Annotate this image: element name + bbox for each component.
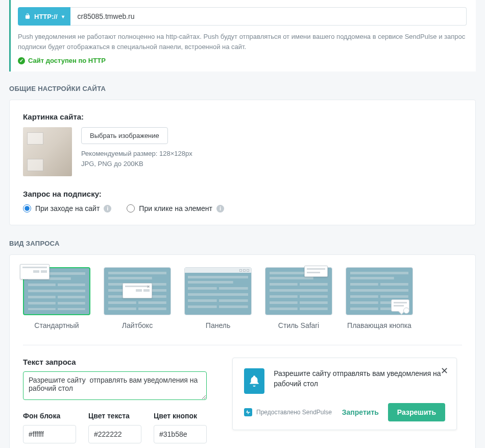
- variant-standard[interactable]: Стандартный: [23, 267, 90, 329]
- section-header-general: ОБЩИЕ НАСТРОЙКИ САЙТА: [9, 85, 476, 92]
- unlock-icon: [24, 13, 31, 20]
- variant-panel-label: Панель: [184, 321, 252, 329]
- section-header-view: ВИД ЗАПРОСА: [9, 240, 476, 247]
- http-status-label: Сайт доступен по HTTP: [28, 57, 106, 64]
- provided-by: Предоставлено SendPulse: [244, 408, 332, 416]
- variant-standard-label: Стандартный: [23, 321, 90, 329]
- site-image-heading: Картинка сайта:: [23, 112, 462, 121]
- variant-safari[interactable]: Стиль Safari: [265, 267, 332, 329]
- notification-preview-text: Разрешите сайту отправлять вам уведомлен…: [274, 368, 445, 389]
- text-color-input[interactable]: [88, 425, 141, 443]
- subscribe-request-heading: Запрос на подписку:: [23, 190, 462, 198]
- variant-lightbox-label: Лайтбокс: [104, 321, 171, 329]
- variant-preview-bg: [270, 272, 328, 311]
- variant-preview-popup: [304, 266, 328, 277]
- site-image-thumbnail[interactable]: [23, 127, 72, 176]
- text-color-label: Цвет текста: [88, 412, 141, 420]
- allow-button[interactable]: Разрешить: [388, 403, 445, 421]
- http-protocol-selector[interactable]: HTTP:// ▾: [18, 7, 70, 26]
- request-text-label: Текст запроса: [23, 358, 207, 366]
- view-settings-card: Стандартный ✕ Лайтбокс: [9, 254, 476, 448]
- image-recommended-size: Рекомендуемый размер: 128×128px: [81, 149, 192, 158]
- close-icon: ✕: [147, 285, 150, 289]
- bell-icon: [244, 368, 264, 394]
- variant-preview-popup: ✕: [123, 283, 152, 298]
- http-warning-text: Push уведомления не работают полноценно …: [18, 32, 467, 52]
- button-color-input[interactable]: [154, 425, 207, 443]
- variant-preview-circle: [403, 308, 409, 314]
- sendpulse-icon: [244, 408, 252, 416]
- site-url-input[interactable]: [70, 7, 467, 26]
- http-banner: HTTP:// ▾ Push уведомления не работают п…: [9, 0, 476, 72]
- variant-lightbox[interactable]: ✕ Лайтбокс: [104, 267, 171, 329]
- variant-floating-button[interactable]: Плавающая кнопка: [346, 267, 413, 329]
- info-icon[interactable]: i: [216, 205, 224, 213]
- choose-image-button[interactable]: Выбрать изображение: [81, 127, 168, 144]
- view-variants: Стандартный ✕ Лайтбокс: [23, 267, 462, 329]
- close-icon[interactable]: ✕: [441, 365, 448, 376]
- deny-button[interactable]: Запретить: [342, 408, 379, 416]
- radio-on-page-load-label: При заходе на сайт: [35, 204, 100, 213]
- radio-on-page-load-input[interactable]: [23, 204, 31, 213]
- variant-floating-label: Плавающая кнопка: [346, 321, 413, 329]
- block-bg-label: Фон блока: [23, 412, 76, 420]
- variant-preview-panel: [185, 268, 251, 315]
- radio-on-element-click[interactable]: При клике на элемент i: [127, 204, 224, 213]
- variant-safari-label: Стиль Safari: [265, 321, 332, 329]
- variant-panel[interactable]: Панель: [184, 267, 252, 329]
- block-bg-input[interactable]: [23, 425, 76, 443]
- http-badge-label: HTTP://: [34, 13, 58, 20]
- general-settings-card: Картинка сайта: Выбрать изображение Реко…: [9, 100, 476, 225]
- radio-on-element-click-label: При клике на элемент: [139, 204, 212, 213]
- radio-on-page-load[interactable]: При заходе на сайт i: [23, 204, 111, 213]
- info-icon[interactable]: i: [104, 205, 111, 213]
- request-text-input[interactable]: [23, 371, 207, 400]
- radio-on-element-click-input[interactable]: [127, 204, 135, 213]
- variant-preview-popup: [20, 264, 50, 279]
- check-circle-icon: ✓: [18, 57, 25, 64]
- http-status: ✓ Сайт доступен по HTTP: [18, 57, 467, 64]
- provided-by-label: Предоставлено SendPulse: [256, 409, 332, 416]
- caret-down-icon: ▾: [62, 14, 64, 19]
- notification-preview: ✕ Разрешите сайту отправлять вам уведомл…: [232, 358, 457, 430]
- image-allowed-filetypes: JPG, PNG до 200KB: [81, 159, 192, 169]
- button-color-label: Цвет кнопок: [154, 412, 207, 420]
